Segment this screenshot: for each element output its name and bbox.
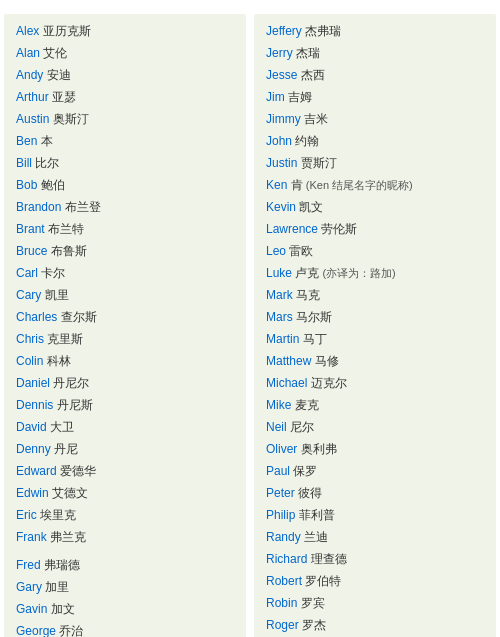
name-link-en[interactable]: Neil <box>266 420 287 434</box>
list-item: Lawrence 劳伦斯 <box>266 220 484 238</box>
name-zh: 奥利弗 <box>301 442 337 456</box>
name-link-en[interactable]: Matthew <box>266 354 311 368</box>
list-item: Jesse 杰西 <box>266 66 484 84</box>
name-link-en[interactable]: Mike <box>266 398 291 412</box>
list-item: Denny 丹尼 <box>16 440 234 458</box>
name-link-en[interactable]: Austin <box>16 112 49 126</box>
name-link-en[interactable]: David <box>16 420 47 434</box>
list-item: Leo 雷欧 <box>266 242 484 260</box>
list-item: Arthur 亚瑟 <box>16 88 234 106</box>
name-zh: 丹尼斯 <box>57 398 93 412</box>
name-zh: 吉米 <box>304 112 328 126</box>
name-link-en[interactable]: Bob <box>16 178 37 192</box>
name-link-en[interactable]: Jimmy <box>266 112 301 126</box>
name-zh: 马丁 <box>303 332 327 346</box>
list-item: Robert 罗伯特 <box>266 572 484 590</box>
name-zh: 布兰登 <box>65 200 101 214</box>
name-link-en[interactable]: Paul <box>266 464 290 478</box>
list-item: Michael 迈克尔 <box>266 374 484 392</box>
list-item: Charles 查尔斯 <box>16 308 234 326</box>
name-link-en[interactable]: Bill <box>16 156 32 170</box>
name-zh: 马克 <box>296 288 320 302</box>
name-link-en[interactable]: Arthur <box>16 90 49 104</box>
name-link-en[interactable]: Roger <box>266 618 299 632</box>
list-item: Brant 布兰特 <box>16 220 234 238</box>
list-item: Mike 麦克 <box>266 396 484 414</box>
name-zh: 弗兰克 <box>50 530 86 544</box>
name-link-en[interactable]: Robert <box>266 574 302 588</box>
name-zh: 本 <box>41 134 53 148</box>
name-zh: 加文 <box>51 602 75 616</box>
list-item: David 大卫 <box>16 418 234 436</box>
name-link-en[interactable]: Edwin <box>16 486 49 500</box>
left-column: Alex 亚历克斯Alan 艾伦Andy 安迪Arthur 亚瑟Austin 奥… <box>4 14 246 637</box>
name-link-en[interactable]: Gary <box>16 580 42 594</box>
name-link-en[interactable]: Dennis <box>16 398 53 412</box>
name-link-en[interactable]: Jesse <box>266 68 297 82</box>
name-zh: 罗杰 <box>302 618 326 632</box>
name-link-en[interactable]: Jerry <box>266 46 293 60</box>
name-link-en[interactable]: Bruce <box>16 244 47 258</box>
name-link-en[interactable]: Chris <box>16 332 44 346</box>
name-zh: 马修 <box>315 354 339 368</box>
name-link-en[interactable]: Carl <box>16 266 38 280</box>
name-link-en[interactable]: Richard <box>266 552 307 566</box>
list-item: Matthew 马修 <box>266 352 484 370</box>
name-link-en[interactable]: Ken <box>266 178 287 192</box>
name-zh: 杰西 <box>301 68 325 82</box>
name-link-en[interactable]: George <box>16 624 56 637</box>
name-link-en[interactable]: Oliver <box>266 442 297 456</box>
name-link-en[interactable]: Jim <box>266 90 285 104</box>
name-zh: 丹尼尔 <box>53 376 89 390</box>
name-zh: 罗伯特 <box>305 574 341 588</box>
list-item: Alex 亚历克斯 <box>16 22 234 40</box>
name-link-en[interactable]: Charles <box>16 310 57 324</box>
name-link-en[interactable]: Alan <box>16 46 40 60</box>
name-link-en[interactable]: Colin <box>16 354 43 368</box>
list-item: Daniel 丹尼尔 <box>16 374 234 392</box>
name-link-en[interactable]: Justin <box>266 156 297 170</box>
name-link-en[interactable]: Jeffery <box>266 24 302 38</box>
name-zh: 迈克尔 <box>311 376 347 390</box>
name-zh: 弗瑞德 <box>44 558 80 572</box>
name-link-en[interactable]: Alex <box>16 24 39 38</box>
name-link-en[interactable]: Mars <box>266 310 293 324</box>
name-link-en[interactable]: Gavin <box>16 602 47 616</box>
name-link-en[interactable]: Ben <box>16 134 37 148</box>
name-link-en[interactable]: Frank <box>16 530 47 544</box>
name-zh: 雷欧 <box>289 244 313 258</box>
name-link-en[interactable]: Michael <box>266 376 307 390</box>
name-link-en[interactable]: Randy <box>266 530 301 544</box>
name-link-en[interactable]: Denny <box>16 442 51 456</box>
name-link-en[interactable]: Brandon <box>16 200 61 214</box>
list-item: Alan 艾伦 <box>16 44 234 62</box>
name-link-en[interactable]: Brant <box>16 222 45 236</box>
name-link-en[interactable]: John <box>266 134 292 148</box>
name-link-en[interactable]: Edward <box>16 464 57 478</box>
name-link-en[interactable]: Mark <box>266 288 293 302</box>
name-link-en[interactable]: Philip <box>266 508 295 522</box>
name-link-en[interactable]: Martin <box>266 332 299 346</box>
list-item: Edward 爱德华 <box>16 462 234 480</box>
name-link-en[interactable]: Kevin <box>266 200 296 214</box>
name-link-en[interactable]: Fred <box>16 558 41 572</box>
name-link-en[interactable]: Peter <box>266 486 295 500</box>
name-link-en[interactable]: Leo <box>266 244 286 258</box>
name-link-en[interactable]: Daniel <box>16 376 50 390</box>
name-zh: 大卫 <box>50 420 74 434</box>
name-link-en[interactable]: Andy <box>16 68 43 82</box>
list-item: Bruce 布鲁斯 <box>16 242 234 260</box>
name-link-en[interactable]: Eric <box>16 508 37 522</box>
list-item: Chris 克里斯 <box>16 330 234 348</box>
list-item: Randy 兰迪 <box>266 528 484 546</box>
name-link-en[interactable]: Robin <box>266 596 297 610</box>
name-link-en[interactable]: Lawrence <box>266 222 318 236</box>
list-item: Brandon 布兰登 <box>16 198 234 216</box>
list-item: Jeffery 杰弗瑞 <box>266 22 484 40</box>
list-item: Edwin 艾德文 <box>16 484 234 502</box>
name-zh: 劳伦斯 <box>321 222 357 236</box>
name-zh: 奥斯汀 <box>53 112 89 126</box>
name-link-en[interactable]: Cary <box>16 288 41 302</box>
name-zh: 亚瑟 <box>52 90 76 104</box>
name-link-en[interactable]: Luke <box>266 266 292 280</box>
